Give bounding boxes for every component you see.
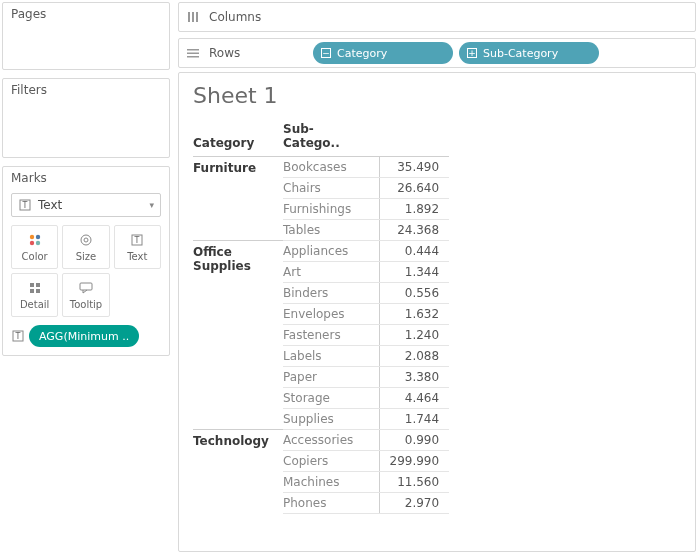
chevron-down-icon: ▾ [149, 200, 154, 210]
value-cell[interactable]: 299.990 [379, 451, 449, 472]
mark-text-button[interactable]: T Text [114, 225, 161, 269]
color-icon [28, 233, 42, 247]
value-cell[interactable]: 1.892 [379, 199, 449, 220]
filters-label: Filters [3, 79, 169, 99]
subcategory-cell[interactable]: Accessories [283, 430, 379, 451]
category-cell[interactable]: Office Supplies [193, 241, 283, 430]
svg-point-3 [35, 234, 39, 238]
value-cell[interactable]: 1.744 [379, 409, 449, 430]
header-category[interactable]: Category [193, 118, 283, 157]
marks-type-dropdown[interactable]: T Text ▾ [11, 193, 161, 217]
field-pill-category[interactable]: − Category [313, 42, 453, 64]
value-cell[interactable]: 35.490 [379, 157, 449, 178]
marks-label: Marks [3, 167, 169, 187]
value-cell[interactable]: 1.344 [379, 262, 449, 283]
svg-rect-20 [187, 49, 199, 51]
pages-label: Pages [3, 3, 169, 23]
value-cell[interactable]: 0.444 [379, 241, 449, 262]
tooltip-icon [79, 281, 93, 295]
subcategory-cell[interactable]: Storage [283, 388, 379, 409]
subcategory-cell[interactable]: Appliances [283, 241, 379, 262]
svg-text:T: T [22, 201, 28, 210]
rows-label: Rows [209, 46, 305, 60]
subcategory-cell[interactable]: Bookcases [283, 157, 379, 178]
size-icon [79, 233, 93, 247]
marks-type-label: Text [38, 198, 62, 212]
subcategory-cell[interactable]: Chairs [283, 178, 379, 199]
main-area: Columns Rows − Category + Sub-Category S… [176, 0, 700, 556]
table-row[interactable]: TechnologyAccessories0.990 [193, 430, 449, 451]
category-cell[interactable]: Technology [193, 430, 283, 514]
svg-rect-22 [187, 56, 199, 58]
columns-label: Columns [209, 10, 305, 24]
value-cell[interactable]: 3.380 [379, 367, 449, 388]
marks-field-row: T AGG(Minimum .. [3, 317, 169, 349]
subcategory-cell[interactable]: Furnishings [283, 199, 379, 220]
subcategory-cell[interactable]: Tables [283, 220, 379, 241]
svg-rect-11 [36, 283, 40, 287]
subcategory-cell[interactable]: Copiers [283, 451, 379, 472]
value-cell[interactable]: 4.464 [379, 388, 449, 409]
subcategory-cell[interactable]: Binders [283, 283, 379, 304]
columns-icon [185, 10, 201, 24]
detail-icon [28, 281, 42, 295]
svg-rect-10 [30, 283, 34, 287]
marks-card: Marks T Text ▾ Color [2, 166, 170, 356]
marks-buttons: Color Size T Text [3, 225, 169, 317]
table-row[interactable]: Office SuppliesAppliances0.444 [193, 241, 449, 262]
collapse-icon[interactable]: − [321, 48, 331, 58]
subcategory-cell[interactable]: Envelopes [283, 304, 379, 325]
text-mark-icon: T [130, 233, 144, 247]
rows-shelf[interactable]: Rows − Category + Sub-Category [178, 38, 696, 68]
value-cell[interactable]: 1.632 [379, 304, 449, 325]
svg-point-6 [81, 235, 91, 245]
value-cell[interactable]: 2.970 [379, 493, 449, 514]
value-cell[interactable]: 1.240 [379, 325, 449, 346]
tableau-worksheet: Pages Filters Marks T Text ▾ [0, 0, 700, 556]
mark-size-button[interactable]: Size [62, 225, 109, 269]
value-cell[interactable]: 11.560 [379, 472, 449, 493]
subcategory-cell[interactable]: Supplies [283, 409, 379, 430]
mark-tooltip-button[interactable]: Tooltip [62, 273, 109, 317]
subcategory-cell[interactable]: Labels [283, 346, 379, 367]
subcategory-cell[interactable]: Paper [283, 367, 379, 388]
mark-color-button[interactable]: Color [11, 225, 58, 269]
mark-detail-button[interactable]: Detail [11, 273, 58, 317]
svg-rect-19 [196, 12, 198, 22]
svg-rect-12 [30, 289, 34, 293]
columns-shelf[interactable]: Columns [178, 2, 696, 32]
value-cell[interactable]: 2.088 [379, 346, 449, 367]
subcategory-cell[interactable]: Art [283, 262, 379, 283]
svg-point-2 [29, 234, 33, 238]
worksheet-view[interactable]: Sheet 1 Category Sub-Catego.. FurnitureB… [178, 72, 696, 552]
svg-point-5 [35, 240, 39, 244]
svg-text:T: T [134, 236, 140, 245]
sheet-title[interactable]: Sheet 1 [193, 83, 681, 108]
pages-shelf[interactable]: Pages [2, 2, 170, 70]
svg-point-7 [84, 238, 88, 242]
svg-point-4 [29, 240, 33, 244]
table-row[interactable]: FurnitureBookcases35.490 [193, 157, 449, 178]
svg-rect-18 [192, 12, 194, 22]
value-cell[interactable]: 0.990 [379, 430, 449, 451]
subcategory-cell[interactable]: Fasteners [283, 325, 379, 346]
category-cell[interactable]: Furniture [193, 157, 283, 241]
filters-shelf[interactable]: Filters [2, 78, 170, 158]
field-pill-subcategory[interactable]: + Sub-Category [459, 42, 599, 64]
subcategory-cell[interactable]: Machines [283, 472, 379, 493]
svg-rect-13 [36, 289, 40, 293]
text-icon: T [18, 198, 32, 212]
svg-rect-17 [188, 12, 190, 22]
subcategory-cell[interactable]: Phones [283, 493, 379, 514]
agg-pill[interactable]: AGG(Minimum .. [29, 325, 139, 347]
header-subcategory[interactable]: Sub-Catego.. [283, 118, 379, 157]
svg-rect-21 [187, 53, 199, 55]
value-cell[interactable]: 0.556 [379, 283, 449, 304]
rows-icon [185, 46, 201, 60]
rows-fields: − Category + Sub-Category [313, 42, 599, 64]
svg-rect-14 [80, 283, 92, 290]
expand-icon[interactable]: + [467, 48, 477, 58]
header-value [379, 118, 449, 157]
value-cell[interactable]: 26.640 [379, 178, 449, 199]
value-cell[interactable]: 24.368 [379, 220, 449, 241]
